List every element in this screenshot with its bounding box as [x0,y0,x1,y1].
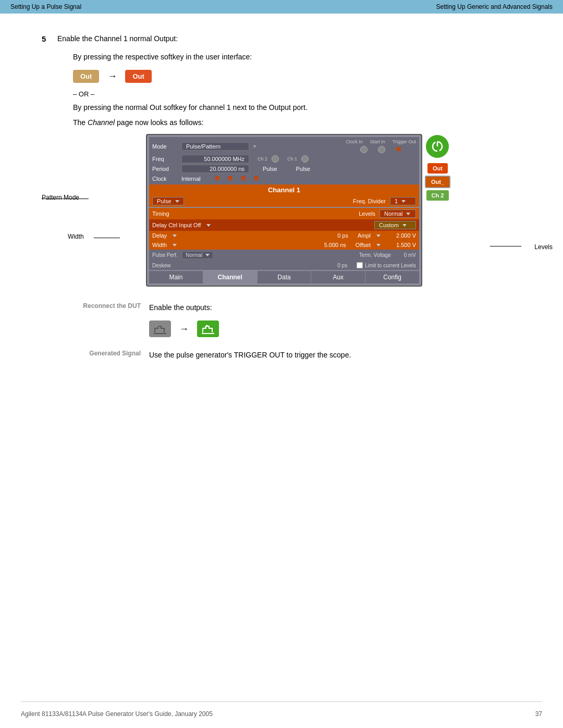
footer-left: Agilent 81133A/81134A Pulse Generator Us… [21,710,213,718]
start-in-indicator [378,146,385,153]
period-value: 20.000000 ns [181,165,249,173]
green-power-button[interactable] [426,135,449,158]
levels-label-panel: Levels [359,211,375,217]
delay-ctrl-label: Delay Ctrl Input Off [152,222,201,228]
signal-off-icon [149,320,171,337]
header-bar: Setting Up a Pulse Signal Setting Up Gen… [0,0,563,14]
out-button-active[interactable]: Out [125,70,151,83]
icon-illustration: → [149,320,521,337]
nav-config[interactable]: Config [365,271,419,283]
width-label-panel: Width [152,242,167,248]
start-in-label: Start In [370,139,385,144]
pulse-perf-arrow [205,254,210,256]
delay-ctrl-arrow [206,224,211,227]
term-voltage-value: 0 mV [395,252,416,258]
x2: ✖ [227,175,233,182]
pulse-label2: Pulse [296,166,311,172]
arrow-1: → [107,71,117,82]
clock-label: Clock [152,176,178,182]
limit-checkbox[interactable] [357,262,363,268]
ch2-label-top: Ch 2 [258,156,267,162]
pulse-dd-arrow [175,200,179,203]
clock-in-label: Clock In [346,139,363,144]
width-label-annotation: Width [68,233,84,240]
out-right-button[interactable]: Out [427,163,448,174]
clock-value: Internal [181,176,201,182]
nav-main[interactable]: Main [149,271,203,283]
channel-page-intro: The Channel page now looks as follows: [73,118,521,127]
generated-signal-label: Generated Signal [73,350,141,357]
x3: ✖ [240,175,246,182]
trigger-out-x: ✖ [396,145,401,153]
clock-in-indicator [360,146,368,153]
width-line [94,238,120,238]
timing-label: Timing [152,211,169,217]
offset-arrow [376,244,381,246]
out-button-inactive[interactable]: Out [73,70,99,83]
levels-dropdown[interactable]: Normal [380,209,416,218]
pulse-perf-value: Normal [186,252,202,258]
nav-data[interactable]: Data [258,271,312,283]
instrument-panel: Mode Pulse/Pattern ▼ Clock In Start In T… [146,134,422,287]
period-label: Period [152,166,178,172]
reconnect-content: Enable the outputs: → [149,302,521,344]
ch2-indicator [272,155,279,163]
pulse-perf-dropdown[interactable]: Normal [182,251,213,259]
indent-block: By pressing the respective softkey in th… [73,52,521,287]
signal-on-icon [197,320,219,337]
ch1-label-top: Ch 1 [287,156,297,162]
reconnect-text: Enable the outputs: [149,302,521,313]
pattern-mode-line [42,199,89,199]
ampl-arrow [376,235,381,237]
or-text: – OR – [73,90,521,98]
description1: By pressing the respective softkey in th… [73,52,521,63]
pulse-dropdown[interactable]: Pulse [152,197,184,205]
limit-label: Limit to current Levels [365,263,416,268]
pattern-mode-label: Pattern Mode [42,194,79,201]
arrow-2: → [179,324,189,335]
trigger-out-label: Trigger Out [393,139,416,144]
generated-signal-section: Generated Signal Use the pulse generator… [73,350,521,366]
freq-label: Freq [152,156,178,162]
pulse-dd-label: Pulse [157,198,172,204]
freq-divider-value: 1 [395,198,398,204]
out2-right-button[interactable]: Out_ [425,176,450,188]
levels-annotation: Levels [534,243,553,251]
nav-aux[interactable]: Aux [311,271,365,283]
mode-label: Mode [152,143,178,150]
footer: Agilent 81133A/81134A Pulse Generator Us… [0,710,563,718]
generated-signal-content: Use the pulse generator's TRIGGER OUT to… [149,350,521,366]
reconnect-section: Reconnect the DUT Enable the outputs: → [73,302,521,344]
nav-channel[interactable]: Channel [203,271,258,283]
levels-line [490,246,521,246]
width-arrow [173,244,177,246]
width-value: 5.000 ns [320,242,346,248]
offset-value: 1.500 V [385,242,416,248]
x4: ✖ [253,175,259,182]
levels-dd-value: Normal [384,211,402,217]
step-5-block: 5 Enable the Channel 1 normal Output: [42,34,521,43]
mode-value: Pulse/Pattern [181,142,249,151]
custom-dropdown[interactable]: Custom [374,221,416,229]
ch2-right-button[interactable]: Ch 2 [426,190,449,201]
freq-divider-label: Freq. Divider [353,198,386,204]
step-number: 5 [42,34,57,43]
button-illustration-1: Out → Out [73,70,521,83]
pulse-label1: Pulse [263,166,277,172]
step-title: Enable the Channel 1 normal Output: [57,34,521,43]
generated-signal-text: Use the pulse generator's TRIGGER OUT to… [149,350,521,361]
reconnect-label: Reconnect the DUT [73,302,141,310]
delay-label: Delay [152,232,167,239]
custom-dd-value: Custom [379,222,399,228]
freq-divider-dropdown[interactable]: 1 [390,197,416,205]
delay-value: 0 ps [327,232,348,239]
offset-label: Offset [356,242,371,248]
mode-dropdown[interactable]: ▼ [252,144,257,149]
term-voltage-label: Term. Voltage [359,252,391,258]
footer-divider [21,701,542,702]
freq-value: 50.000000 MHz [181,155,249,163]
header-right: Setting Up Generic and Advanced Signals [436,3,553,10]
nav-bar: Main Channel Data Aux Config [149,271,419,283]
delay-arrow [173,235,177,237]
right-buttons: Out Out_ Ch 2 [425,135,450,201]
